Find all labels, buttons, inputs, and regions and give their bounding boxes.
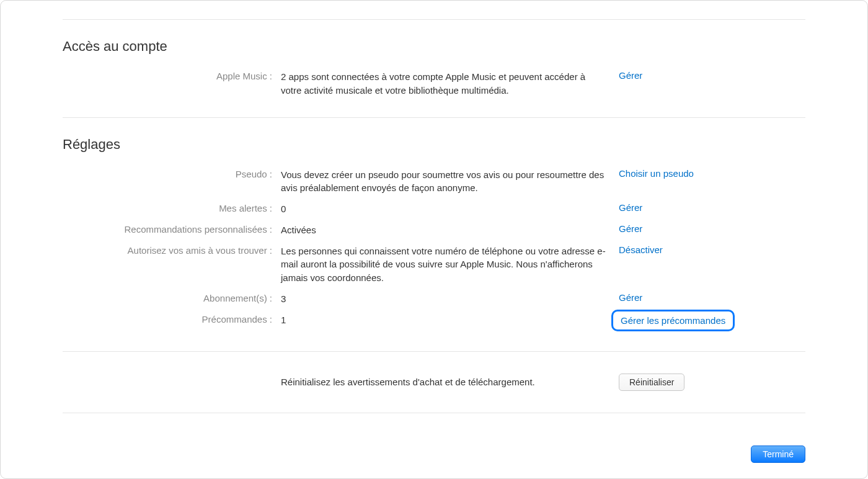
recommendations-action-wrap: Gérer bbox=[619, 223, 805, 234]
content-area: Accès au compte Apple Music : 2 apps son… bbox=[1, 19, 867, 413]
access-section: Accès au compte Apple Music : 2 apps son… bbox=[63, 20, 805, 117]
friends-value: Les personnes qui connaissent votre numé… bbox=[281, 244, 619, 285]
apple-music-action-wrap: Gérer bbox=[619, 70, 805, 81]
alerts-value: 0 bbox=[281, 202, 619, 216]
alerts-action-wrap: Gérer bbox=[619, 202, 805, 213]
pseudo-value: Vous devez créer un pseudo pour soumettr… bbox=[281, 168, 619, 195]
pseudo-action-wrap: Choisir un pseudo bbox=[619, 168, 805, 179]
preorders-value: 1 bbox=[281, 313, 619, 327]
preorders-manage-link[interactable]: Gérer les précommandes bbox=[621, 315, 725, 326]
access-title: Accès au compte bbox=[63, 38, 805, 55]
friends-label: Autorisez vos amis à vous trouver : bbox=[63, 244, 281, 256]
reset-row: Réinitialisez les avertissements d'achat… bbox=[63, 352, 805, 413]
friends-disable-link[interactable]: Désactiver bbox=[619, 244, 663, 255]
pseudo-row: Pseudo : Vous devez créer un pseudo pour… bbox=[63, 168, 805, 195]
recommendations-label: Recommandations personnalisées : bbox=[63, 223, 281, 235]
preorders-action-wrap: Gérer les précommandes bbox=[619, 313, 805, 331]
friends-row: Autorisez vos amis à vous trouver : Les … bbox=[63, 244, 805, 285]
recommendations-row: Recommandations personnalisées : Activée… bbox=[63, 223, 805, 237]
choose-pseudo-link[interactable]: Choisir un pseudo bbox=[619, 168, 694, 179]
settings-title: Réglages bbox=[63, 137, 805, 153]
subscriptions-manage-link[interactable]: Gérer bbox=[619, 292, 642, 303]
divider bbox=[63, 413, 805, 413]
recommendations-value: Activées bbox=[281, 223, 619, 237]
apple-music-value: 2 apps sont connectées à votre compte Ap… bbox=[281, 70, 619, 97]
settings-window: Accès au compte Apple Music : 2 apps son… bbox=[0, 0, 868, 479]
preorders-label: Précommandes : bbox=[63, 313, 281, 325]
apple-music-row: Apple Music : 2 apps sont connectées à v… bbox=[63, 70, 805, 97]
subscriptions-action-wrap: Gérer bbox=[619, 292, 805, 303]
settings-section: Réglages Pseudo : Vous devez créer un ps… bbox=[63, 118, 805, 351]
done-button[interactable]: Terminé bbox=[751, 445, 805, 463]
preorders-row: Précommandes : 1 Gérer les précommandes bbox=[63, 313, 805, 331]
reset-text: Réinitialisez les avertissements d'achat… bbox=[281, 377, 619, 387]
reset-button[interactable]: Réinitialiser bbox=[619, 374, 684, 391]
apple-music-manage-link[interactable]: Gérer bbox=[619, 70, 642, 81]
subscriptions-label: Abonnement(s) : bbox=[63, 292, 281, 303]
friends-action-wrap: Désactiver bbox=[619, 244, 805, 255]
pseudo-label: Pseudo : bbox=[63, 168, 281, 179]
footer: Terminé bbox=[751, 445, 805, 463]
alerts-manage-link[interactable]: Gérer bbox=[619, 202, 642, 213]
subscriptions-row: Abonnement(s) : 3 Gérer bbox=[63, 292, 805, 306]
preorders-highlight: Gérer les précommandes bbox=[611, 310, 735, 331]
recommendations-manage-link[interactable]: Gérer bbox=[619, 223, 642, 234]
apple-music-label: Apple Music : bbox=[63, 70, 281, 81]
alerts-label: Mes alertes : bbox=[63, 202, 281, 213]
alerts-row: Mes alertes : 0 Gérer bbox=[63, 202, 805, 216]
subscriptions-value: 3 bbox=[281, 292, 619, 306]
reset-button-wrap: Réinitialiser bbox=[619, 374, 805, 391]
